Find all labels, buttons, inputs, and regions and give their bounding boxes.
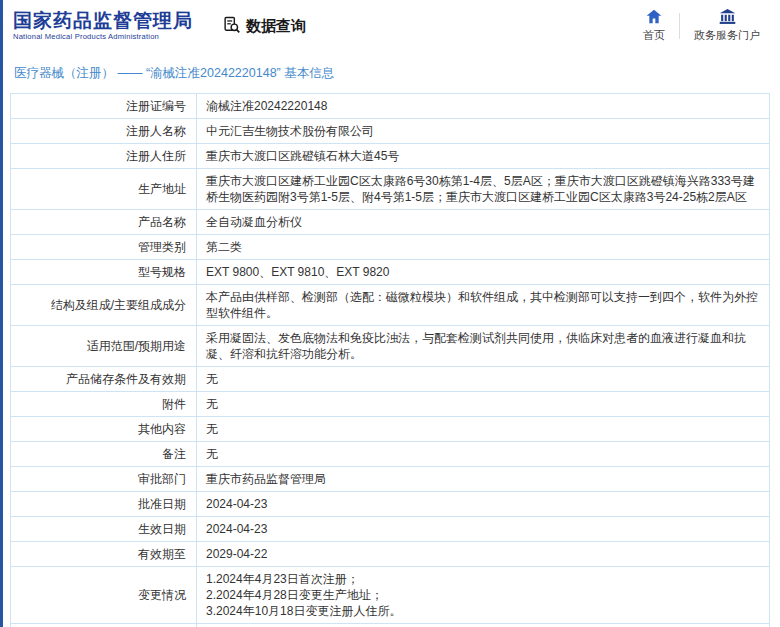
left-accent-bar	[0, 0, 3, 627]
table-row: 注册人名称中元汇吉生物技术股份有限公司	[11, 119, 769, 144]
table-row: 注册人住所重庆市大渡口区跳磴镇石林大道45号	[11, 144, 769, 169]
nav-government-portal[interactable]: 政务服务门户	[694, 9, 760, 43]
row-label: 管理类别	[11, 235, 197, 259]
row-value-text: EXT 9800、EXT 9810、EXT 9820	[206, 264, 389, 280]
row-label: 注册人名称	[11, 119, 197, 143]
row-label: 生效日期	[11, 517, 197, 541]
nmpa-logo: 国家药品监督管理局 National Medical Products Admi…	[13, 10, 193, 41]
row-value: 全自动凝血分析仪	[197, 210, 769, 234]
row-label: 注册证编号	[11, 94, 197, 118]
row-label: 结构及组成/主要组成成分	[11, 285, 197, 325]
row-value: 2024-04-23	[197, 517, 769, 541]
nav-home[interactable]: 首页	[643, 9, 665, 43]
data-query-label: 数据查询	[246, 17, 306, 36]
row-value: 无	[197, 442, 769, 466]
row-value-text: 2029-04-22	[206, 546, 267, 562]
nav-home-label: 首页	[643, 28, 665, 43]
logo-subtitle: National Medical Products Administration	[13, 33, 193, 42]
row-value-text: 重庆市大渡口区建桥工业园C区太康路6号30栋第1-4层、5层A区；重庆市大渡口区…	[206, 173, 760, 205]
row-value: 1.2024年4月23日首次注册； 2.2024年4月28日变更生产地址； 3.…	[197, 567, 769, 623]
row-label: 产品名称	[11, 210, 197, 234]
table-row: 结构及组成/主要组成成分本产品由供样部、检测部（选配：磁微粒模块）和软件组成，其…	[11, 285, 769, 326]
table-row: 备注无	[11, 442, 769, 467]
table-row: 有效期至2029-04-22	[11, 542, 769, 567]
table-row: 附件无	[11, 392, 769, 417]
row-value-text: 渝械注准20242220148	[206, 98, 327, 114]
row-value: 无	[197, 392, 769, 416]
row-value: 2024-04-23	[197, 492, 769, 516]
table-row: 产品储存条件及有效期无	[11, 367, 769, 392]
row-value-text: 第二类	[206, 239, 242, 255]
table-row: 批准日期2024-04-23	[11, 492, 769, 517]
row-label: 型号规格	[11, 260, 197, 284]
row-value: 第二类	[197, 235, 769, 259]
row-value: EXT 9800、EXT 9810、EXT 9820	[197, 260, 769, 284]
row-value: 中元汇吉生物技术股份有限公司	[197, 119, 769, 143]
row-value-text: 1.2024年4月23日首次注册； 2.2024年4月28日变更生产地址； 3.…	[206, 571, 401, 619]
row-value-text: 无	[206, 421, 218, 437]
row-value-text: 2024-04-23	[206, 496, 267, 512]
logo-title: 国家药品监督管理局	[13, 10, 193, 32]
row-value: 本产品由供样部、检测部（选配：磁微粒模块）和软件组成，其中检测部可以支持一到四个…	[197, 285, 769, 325]
table-row: 生产地址重庆市大渡口区建桥工业园C区太康路6号30栋第1-4层、5层A区；重庆市…	[11, 169, 769, 210]
row-label: 备注	[11, 442, 197, 466]
row-label: 变更情况	[11, 567, 197, 623]
row-label: 产品储存条件及有效期	[11, 367, 197, 391]
breadcrumb: 医疗器械（注册） —— “渝械注准20242220148” 基本信息	[0, 50, 780, 93]
row-value-text: 无	[206, 371, 218, 387]
registration-info-table: 注册证编号渝械注准20242220148注册人名称中元汇吉生物技术股份有限公司注…	[10, 93, 770, 627]
table-row: 产品名称全自动凝血分析仪	[11, 210, 769, 235]
data-query-icon	[223, 16, 240, 36]
table-row: 管理类别第二类	[11, 235, 769, 260]
row-value: 2029-04-22	[197, 542, 769, 566]
row-value-text: 全自动凝血分析仪	[206, 214, 302, 230]
row-label: 其他内容	[11, 417, 197, 441]
table-row: 其他内容无	[11, 417, 769, 442]
row-label: 审批部门	[11, 467, 197, 491]
row-value-text: 2024-04-23	[206, 521, 267, 537]
row-value-text: 本产品由供样部、检测部（选配：磁微粒模块）和软件组成，其中检测部可以支持一到四个…	[206, 289, 760, 321]
row-value: 采用凝固法、发色底物法和免疫比浊法，与配套检测试剂共同使用，供临床对患者的血液进…	[197, 326, 769, 366]
nav-portal-label: 政务服务门户	[694, 28, 760, 43]
row-value: 渝械注准20242220148	[197, 94, 769, 118]
row-value-text: 采用凝固法、发色底物法和免疫比浊法，与配套检测试剂共同使用，供临床对患者的血液进…	[206, 330, 760, 362]
table-row: 适用范围/预期用途采用凝固法、发色底物法和免疫比浊法，与配套检测试剂共同使用，供…	[11, 326, 769, 367]
table-row: 生效日期2024-04-23	[11, 517, 769, 542]
table-row: 型号规格EXT 9800、EXT 9810、EXT 9820	[11, 260, 769, 285]
row-value: 重庆市大渡口区跳磴镇石林大道45号	[197, 144, 769, 168]
row-label: 批准日期	[11, 492, 197, 516]
header-nav: 首页 政务服务门户	[643, 9, 764, 43]
row-value: 无	[197, 367, 769, 391]
nav-divider	[679, 13, 680, 39]
table-row: 变更情况1.2024年4月23日首次注册； 2.2024年4月28日变更生产地址…	[11, 567, 769, 624]
row-value-text: 无	[206, 446, 218, 462]
row-value: 重庆市大渡口区建桥工业园C区太康路6号30栋第1-4层、5层A区；重庆市大渡口区…	[197, 169, 769, 209]
row-label: 生产地址	[11, 169, 197, 209]
table-row: 注册证编号渝械注准20242220148	[11, 94, 769, 119]
row-label: 适用范围/预期用途	[11, 326, 197, 366]
row-value-text: 中元汇吉生物技术股份有限公司	[206, 123, 374, 139]
row-value: 重庆市药品监督管理局	[197, 467, 769, 491]
row-value-text: 重庆市药品监督管理局	[206, 471, 326, 487]
row-label: 附件	[11, 392, 197, 416]
data-query-title: 数据查询	[223, 16, 306, 36]
row-value: 无	[197, 417, 769, 441]
site-header: 国家药品监督管理局 National Medical Products Admi…	[0, 0, 780, 50]
row-value-text: 无	[206, 396, 218, 412]
government-portal-icon	[719, 9, 736, 26]
row-label: 注册人住所	[11, 144, 197, 168]
table-row: 审批部门重庆市药品监督管理局	[11, 467, 769, 492]
row-value-text: 重庆市大渡口区跳磴镇石林大道45号	[206, 148, 399, 164]
home-icon	[646, 9, 662, 26]
row-label: 有效期至	[11, 542, 197, 566]
